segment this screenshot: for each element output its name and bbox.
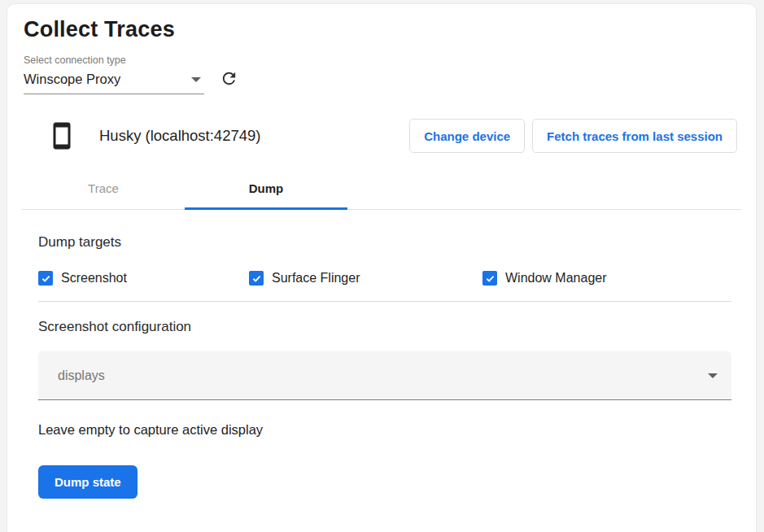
fetch-traces-button[interactable]: Fetch traces from last session [532,119,737,153]
checkbox-label: Screenshot [61,271,127,286]
checkbox-label: Surface Flinger [272,271,360,286]
displays-helper-text: Leave empty to capture active display [38,422,731,438]
checkbox-checked-icon [249,271,264,286]
displays-select-value: displays [58,368,708,383]
checkbox-checked-icon [482,271,497,286]
screenshot-config-section: Screenshot configuration displays Leave … [7,319,756,499]
tab-trace[interactable]: Trace [22,168,185,209]
active-tab-indicator [185,207,347,210]
page-title: Collect Traces [24,17,740,42]
checkbox-surface-flinger[interactable]: Surface Flinger [249,271,482,286]
chevron-down-icon [708,373,718,378]
dump-targets-section: Dump targets Screenshot Surface Flinger … [7,234,756,286]
smartphone-icon [47,121,76,150]
checkbox-screenshot[interactable]: Screenshot [38,271,249,286]
section-divider [38,301,731,302]
chevron-down-icon [191,77,201,82]
connection-type-select[interactable]: Winscope Proxy [24,68,204,94]
checkbox-checked-icon [38,271,53,286]
tab-dump[interactable]: Dump [185,168,347,209]
displays-select[interactable]: displays [38,351,731,400]
refresh-connection-button[interactable] [218,69,239,90]
connection-type-label: Select connection type [24,55,740,66]
checkbox-window-manager[interactable]: Window Manager [482,271,607,286]
device-row: Husky (localhost:42749) Change device Fe… [47,119,737,153]
change-device-button[interactable]: Change device [409,119,525,153]
refresh-icon [220,69,238,90]
tab-bar: Trace Dump [22,168,741,210]
connection-row: Winscope Proxy [24,68,740,94]
header: Collect Traces Select connection type Wi… [7,4,756,94]
collect-traces-card: Collect Traces Select connection type Wi… [7,3,757,532]
screenshot-config-heading: Screenshot configuration [38,319,731,335]
dump-targets-heading: Dump targets [38,234,731,251]
dump-targets-row: Screenshot Surface Flinger Window Manage… [38,271,731,286]
checkbox-label: Window Manager [505,271,607,286]
connection-type-value: Winscope Proxy [24,72,120,87]
device-name: Husky (localhost:42749) [99,127,260,145]
dump-state-button[interactable]: Dump state [38,465,138,499]
